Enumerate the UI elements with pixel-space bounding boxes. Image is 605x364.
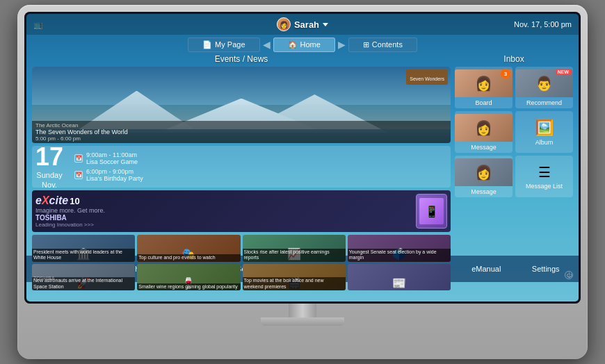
news-thumb-3[interactable]: 📈 Stocks rise after latest positive earn… bbox=[243, 235, 346, 262]
toshiba-logo: TOSHIBA bbox=[33, 276, 55, 281]
ad-text: eXcite 10 Imagine more. Get more. TOSHIB… bbox=[35, 195, 410, 228]
hero-image: Seven Wonders The Arctic Ocean The Seven… bbox=[32, 67, 451, 143]
event-2-name: Lisa's Birthday Party bbox=[86, 175, 143, 182]
tv-screen: 📺 👩 Sarah Nov. 17, 5:00 pm 📄 My Page bbox=[26, 14, 579, 301]
hero-caption: The Arctic Ocean The Seven Wonders of th… bbox=[32, 121, 451, 143]
tv-icon: 📺 bbox=[33, 20, 43, 29]
news-thumb-8[interactable]: 📰 bbox=[348, 264, 451, 291]
news-caption-1: President meets with world leaders at th… bbox=[32, 249, 135, 262]
news-thumb-4[interactable]: 🗳️ Youngest Senate seat election by a wi… bbox=[348, 235, 451, 262]
settings-label: Settings bbox=[532, 265, 560, 273]
nav-mypage-label: My Page bbox=[215, 40, 245, 49]
inbox-album[interactable]: 🖼️ Album bbox=[515, 111, 573, 153]
news-thumb-1[interactable]: 🏛️ President meets with world leaders at… bbox=[32, 235, 135, 262]
inbox-message1[interactable]: 👩 Message bbox=[455, 111, 513, 153]
board-badge: 3 bbox=[501, 69, 510, 78]
news-caption-3: Stocks rise after latest positive earnin… bbox=[243, 249, 346, 262]
events-list: 📅 9:00am - 11:00am Lisa Soccer Game 📅 6:… bbox=[74, 149, 447, 184]
events-news-title: Events / News bbox=[32, 54, 451, 64]
power-button[interactable]: ⏻ bbox=[565, 271, 573, 279]
event-2-time: 6:00pm - 9:00pm bbox=[86, 168, 143, 175]
hero-badge: Seven Wonders bbox=[406, 69, 448, 85]
ad-banner: eXcite 10 Imagine more. Get more. TOSHIB… bbox=[32, 190, 451, 232]
stand-neck bbox=[289, 304, 316, 317]
event-icon-1: 📅 bbox=[74, 154, 83, 163]
news-caption-2: Top culture and pro events to watch bbox=[137, 254, 240, 261]
datetime-area: Nov. 17, 5:00 pm bbox=[514, 20, 572, 28]
inbox-grid: 👩 Board 3 👨 Recommend NEW bbox=[455, 67, 573, 197]
main-content: Events / News Seven Wonders bbox=[26, 54, 579, 256]
event-1: 📅 9:00am - 11:00am Lisa Soccer Game bbox=[74, 151, 447, 165]
inbox-recommend[interactable]: 👨 Recommend NEW bbox=[515, 67, 573, 108]
nav-contents[interactable]: ⊞ Contents bbox=[348, 38, 417, 52]
album-label: Album bbox=[535, 139, 554, 146]
msg1-label: Message bbox=[471, 144, 497, 151]
news-thumb-7[interactable]: 🎬 Top movies at the box office and new w… bbox=[243, 264, 346, 291]
date-day: 17 bbox=[35, 144, 63, 169]
inbox-title: Inbox bbox=[455, 54, 573, 64]
home-icon: 🏠 bbox=[288, 40, 298, 49]
inbox-board[interactable]: 👩 Board 3 bbox=[455, 67, 513, 108]
tv-body: 📺 👩 Sarah Nov. 17, 5:00 pm 📄 My Page bbox=[17, 5, 588, 359]
news-caption-7: Top movies at the box office and new wee… bbox=[243, 277, 346, 290]
user-info: 👩 Sarah bbox=[277, 17, 328, 31]
hero-badge-label: Seven Wonders bbox=[410, 76, 444, 81]
tv-stand bbox=[261, 304, 344, 326]
mypage-icon: 📄 bbox=[202, 40, 212, 49]
date-month: Nov. bbox=[42, 181, 57, 189]
board-label: Board bbox=[475, 99, 492, 106]
ad-title: eXcite bbox=[35, 195, 68, 207]
ad-version: 10 bbox=[70, 196, 79, 206]
inbox-message2[interactable]: 👩 Message bbox=[455, 156, 513, 197]
datetime: Nov. 17, 5:00 pm bbox=[514, 20, 572, 28]
news-thumb-2[interactable]: 🎭 Top culture and pro events to watch bbox=[137, 235, 240, 262]
album-icon: 🖼️ bbox=[535, 119, 554, 137]
nav-mypage[interactable]: 📄 My Page bbox=[188, 38, 259, 52]
username: Sarah bbox=[294, 19, 319, 30]
news-caption-4: Youngest Senate seat election by a wide … bbox=[348, 249, 451, 262]
nav-home[interactable]: 🏠 Home bbox=[273, 38, 335, 52]
message-list-icon: ☰ bbox=[538, 164, 551, 181]
tv-screen-border: 📺 👩 Sarah Nov. 17, 5:00 pm 📄 My Page bbox=[24, 12, 581, 304]
right-panel: Inbox 👩 Board 3 bbox=[455, 54, 573, 256]
top-bar: 📺 👩 Sarah Nov. 17, 5:00 pm bbox=[26, 14, 579, 35]
calendar-section: 17 Sunday Nov. 📅 9:00am - 11:00am Lisa S… bbox=[32, 146, 451, 188]
event-icon-2: 📅 bbox=[74, 171, 83, 179]
msg2-label: Message bbox=[471, 188, 497, 195]
nav-arrow-right: ▶ bbox=[338, 39, 346, 50]
news-caption-6: Smaller wine regions gaining global popu… bbox=[137, 283, 240, 290]
event-1-name: Lisa Soccer Game bbox=[86, 158, 138, 165]
nav-home-label: Home bbox=[300, 40, 321, 49]
msg1-person-thumb: 👩 bbox=[455, 114, 513, 142]
date-weekday: Sunday bbox=[36, 171, 62, 179]
recommend-label: Recommend bbox=[526, 99, 562, 106]
ad-sub: Leading Innovation >>> bbox=[35, 222, 410, 228]
inbox-message-list[interactable]: ☰ Message List bbox=[515, 156, 573, 197]
nav-bar: 📄 My Page ◀ 🏠 Home ▶ ⊞ Contents bbox=[26, 35, 579, 54]
message-list-label: Message List bbox=[526, 183, 563, 190]
msg2-person-thumb: 👩 bbox=[455, 158, 513, 186]
taskbar-emanual[interactable]: eManual bbox=[457, 258, 515, 279]
nav-arrow-left: ◀ bbox=[263, 39, 271, 50]
event-1-time: 9:00am - 11:00am bbox=[86, 151, 138, 158]
tablet-image: 📱 bbox=[416, 194, 447, 229]
left-panel: Events / News Seven Wonders bbox=[32, 54, 451, 256]
avatar: 👩 bbox=[277, 17, 291, 31]
ad-brand: TOSHIBA bbox=[35, 214, 410, 222]
hero-location: The Arctic Ocean bbox=[35, 122, 447, 129]
stand-base bbox=[261, 317, 344, 326]
recommend-badge-new: NEW bbox=[556, 69, 571, 75]
emanual-label: eManual bbox=[471, 265, 501, 273]
contents-icon: ⊞ bbox=[363, 40, 369, 49]
ad-tagline: Imagine more. Get more. bbox=[35, 207, 410, 214]
event-2: 📅 6:00pm - 9:00pm Lisa's Birthday Party bbox=[74, 168, 447, 182]
hero-time: 5:00 pm - 6:00 pm bbox=[35, 135, 447, 142]
hero-title: The Seven Wonders of the World bbox=[35, 129, 447, 135]
nav-contents-label: Contents bbox=[372, 40, 403, 49]
news-thumb-6[interactable]: 🍷 Smaller wine regions gaining global po… bbox=[137, 264, 240, 291]
